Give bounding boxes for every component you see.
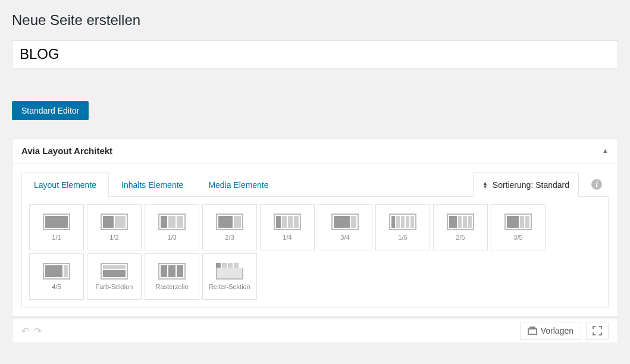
element-2-5[interactable]: 2/5 xyxy=(433,204,488,250)
element-2-3[interactable]: 2/3 xyxy=(202,204,257,250)
thumb-icon xyxy=(274,214,301,230)
element-3-4[interactable]: 3/4 xyxy=(318,204,372,250)
thumb-icon xyxy=(447,214,474,230)
tab-media-elements[interactable]: Media Elemente xyxy=(196,172,281,197)
templates-button[interactable]: Vorlagen xyxy=(520,322,581,340)
thumb-icon xyxy=(216,263,243,280)
element-label: 1/1 xyxy=(52,234,61,241)
tab-layout-elements[interactable]: Layout Elemente xyxy=(21,172,109,197)
thumb-icon xyxy=(158,263,186,280)
element-label: 1/5 xyxy=(398,234,407,241)
page-heading: Neue Seite erstellen xyxy=(12,12,618,29)
svg-rect-2 xyxy=(529,327,535,328)
element-1-5[interactable]: 1/5 xyxy=(375,204,430,250)
templates-label: Vorlagen xyxy=(541,326,573,335)
templates-icon xyxy=(528,327,537,335)
sort-selector[interactable]: ▲▼ Sortierung: Standard xyxy=(473,172,579,197)
thumb-icon xyxy=(331,214,359,230)
element-label: 1/3 xyxy=(167,234,176,241)
element-3-5[interactable]: 3/5 xyxy=(491,204,546,250)
thumb-icon xyxy=(43,214,70,230)
tab-content-elements[interactable]: Inhalts Elemente xyxy=(109,172,196,197)
collapse-icon[interactable]: ▲ xyxy=(602,147,609,154)
element-1-2[interactable]: 1/2 xyxy=(87,204,142,250)
element-label: 2/3 xyxy=(225,234,234,241)
element-label: 3/4 xyxy=(340,234,349,241)
element-1-3[interactable]: 1/3 xyxy=(145,204,199,250)
undo-icon[interactable]: ↶ xyxy=(21,325,29,337)
element-1-4[interactable]: 1/4 xyxy=(260,204,315,250)
element-label: Rasterzeile xyxy=(155,283,188,290)
page-title-input[interactable] xyxy=(12,40,618,68)
info-icon: i xyxy=(591,179,602,190)
panel-header[interactable]: Avia Layout Architekt ▲ xyxy=(12,139,618,164)
fullscreen-button[interactable] xyxy=(586,322,609,340)
element-label: 3/5 xyxy=(513,234,522,241)
svg-rect-1 xyxy=(529,330,536,334)
sort-label: Sortierung: Standard xyxy=(493,180,569,190)
element-grid-row[interactable]: Rasterzeile xyxy=(145,253,199,300)
panel-body: Layout Elemente Inhalts Elemente Media E… xyxy=(12,164,618,316)
thumb-icon xyxy=(101,214,128,230)
tabs-row: Layout Elemente Inhalts Elemente Media E… xyxy=(21,172,609,197)
element-tab-section[interactable]: Reiter-Sektion xyxy=(202,253,257,300)
standard-editor-button[interactable]: Standard Editor xyxy=(12,101,89,120)
thumb-icon xyxy=(389,214,416,230)
element-label: 4/5 xyxy=(52,283,61,290)
element-label: Reiter-Sektion xyxy=(209,283,250,290)
element-label: 2/5 xyxy=(456,234,465,241)
element-label: 1/2 xyxy=(109,234,118,241)
thumb-icon xyxy=(158,214,186,230)
canvas-footer: ↶ ↷ Vorlagen xyxy=(12,319,618,343)
thumb-icon xyxy=(43,263,70,280)
fullscreen-icon xyxy=(593,326,602,335)
layout-architect-panel: Avia Layout Architekt ▲ Layout Elemente … xyxy=(12,138,618,317)
element-4-5[interactable]: 4/5 xyxy=(29,253,84,300)
element-label: 1/4 xyxy=(283,234,292,241)
thumb-icon xyxy=(216,214,243,230)
thumb-icon xyxy=(504,214,532,230)
redo-icon[interactable]: ↷ xyxy=(34,325,42,337)
panel-title: Avia Layout Architekt xyxy=(21,146,112,156)
info-button[interactable]: i xyxy=(585,172,609,196)
element-1-1[interactable]: 1/1 xyxy=(29,204,84,250)
element-color-section[interactable]: Farb-Sektion xyxy=(87,253,142,300)
sort-arrows-icon: ▲▼ xyxy=(482,181,488,189)
elements-grid: 1/1 1/2 1/3 2/3 1/4 3/4 xyxy=(21,197,609,307)
thumb-icon xyxy=(101,263,128,280)
element-label: Farb-Sektion xyxy=(96,283,133,290)
